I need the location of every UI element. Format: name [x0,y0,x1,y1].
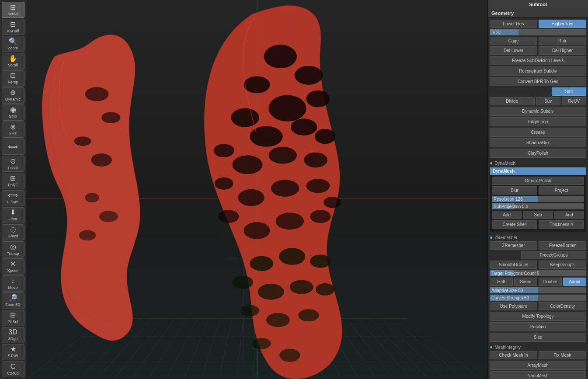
keep-groups-btn[interactable]: KeepGroups [539,261,586,269]
and-btn[interactable]: And [554,211,584,219]
smt-row: Smt [490,87,586,96]
subprojection-slider[interactable]: SubProjection 0.6 [492,203,584,209]
tool-aahalf[interactable]: ⊟ AAHalf [2,19,24,35]
smooth-groups-btn[interactable]: SmoothGroups [490,261,537,269]
bullet-zremesher-icon: ● [490,234,493,240]
tool-xpose[interactable]: ✕ Xpose [2,258,24,275]
lsym-icon: ⟺ [8,192,18,199]
xyz-icon: ⊗ [10,124,16,131]
tool-c2480[interactable]: C C2480 [2,361,24,377]
tool-solo[interactable]: ◉ Solo [2,104,24,121]
svg-point-37 [310,254,331,268]
tool-move[interactable]: ↕ Move [2,275,24,292]
freeze-subdiv-btn[interactable]: Freeze SubDivision Levels [490,56,586,65]
use-polypaint-btn[interactable]: Use Polypaint [490,302,537,310]
right-panel: Subtool Geometry Lower Res Higher Res SD… [487,0,588,379]
move-icon: ↕ [11,278,15,285]
adapt-btn[interactable]: Adapt [563,278,586,286]
svg-point-35 [250,256,273,271]
divide-btn[interactable]: Divide [490,97,535,105]
tool-scroll[interactable]: ✋ Scroll [2,53,24,69]
tool-sym[interactable]: ⟺ [2,139,24,155]
shadowbox-btn[interactable]: ShadowBox [490,138,586,147]
crease-btn[interactable]: Crease [490,128,586,137]
group-polish-row: Group: Polish [492,177,584,185]
tool-ptsel[interactable]: ⊞ Pt Sel [2,310,24,326]
tool-ghost[interactable]: ◌ Ghost [2,224,24,240]
tool-zoom3d[interactable]: 🔎 Zoom3D [2,292,24,309]
sdiv-slider[interactable]: SDiv [490,29,586,35]
size-btn[interactable]: Size [490,333,586,342]
lower-res-btn[interactable]: Lower Res [490,20,537,28]
group-polish-btn[interactable]: Group: Polish [492,177,584,185]
tool-zoom[interactable]: 🔍 Zoom [2,36,24,52]
dynamic-subdiv-btn[interactable]: Dynamic Subdiv [490,107,586,116]
convert-bpr-btn[interactable]: Convert BPR To Geo [490,77,586,86]
svg-point-23 [233,155,263,174]
resolution-slider[interactable]: Resolution 128 [492,196,584,202]
transp-icon: ◎ [10,243,16,250]
zremesher-btn[interactable]: ZRemesher [490,241,537,250]
same-btn[interactable]: Same [514,278,537,286]
del-higher-btn[interactable]: Del Higher [539,46,586,55]
cage-btn[interactable]: Cage [490,37,537,45]
double-btn[interactable]: Double [539,278,562,286]
dynamesh-subsection-label: ● DynaMesh [490,159,586,167]
tool-transp[interactable]: ◎ Transp [2,241,24,257]
tool-dynamic-label: Dynamic [5,97,21,101]
suv-btn[interactable]: Suv [536,97,560,105]
svg-point-5 [99,211,118,222]
svg-point-24 [268,147,297,164]
thickness-btn[interactable]: Thickness 4 [539,220,584,229]
position-btn[interactable]: Position [490,322,586,331]
tool-dynamic[interactable]: ⊕ Dynamic [2,87,24,104]
target-polygons-slider[interactable]: Target Polygons Count 5 [490,270,586,276]
tool-aahalf-label: AAHalf [7,29,19,33]
tool-persp[interactable]: ⊡ Persp [2,70,24,87]
modify-topology-btn[interactable]: Modify Topology [490,312,586,321]
color-density-btn[interactable]: ColorDensity [539,302,586,310]
tool-actual[interactable]: ⊞ Actual [2,2,24,18]
freeze-groups-btn[interactable]: FreezeGroups [521,251,586,259]
half-btn[interactable]: Half [490,278,513,286]
reuv-btn[interactable]: ReUV [562,97,586,105]
adaptive-size-slider[interactable]: AdaptiveSize 50 [490,287,586,293]
check-mesh-btn[interactable]: Check Mesh In [490,351,537,359]
smt-btn[interactable]: Smt [552,87,586,96]
project-btn[interactable]: Project [539,186,584,195]
tool-floor[interactable]: ⬇ Floor [2,207,24,223]
viewport[interactable] [26,0,487,379]
tool-lsym[interactable]: ⟺ L.Sym [2,190,24,206]
claypolish-btn[interactable]: ClayPolish [490,149,586,158]
svg-point-33 [276,213,304,230]
tool-ptsel-label: Pt Sel [7,320,18,324]
freeze-border-btn[interactable]: FreezeBorder [539,241,586,250]
tool-local[interactable]: ⊙ Local [2,156,24,172]
array-mesh-btn[interactable]: ArrayMesh [490,361,586,370]
tool-lsym-label: L.Sym [7,200,19,204]
tool-xyz[interactable]: ⊗ XYZ [2,122,24,138]
fix-mesh-btn[interactable]: Fix Mesh [539,351,586,359]
nano-mesh-btn[interactable]: NanoMesh [490,371,586,379]
curves-strength-slider[interactable]: Curves Strength 50 [490,295,586,301]
sub-btn[interactable]: Sub [523,211,553,219]
right-model [204,5,342,379]
svg-point-1 [101,112,120,123]
tool-star[interactable]: ★ STAR [2,344,24,360]
svg-point-40 [290,280,313,294]
check-mesh-row: Check Mesh In Fix Mesh [490,351,586,359]
add-btn[interactable]: Add [492,211,522,219]
reconstruct-subdiv-btn[interactable]: Reconstruct Subdiv [490,66,586,76]
ratr-btn[interactable]: Ratr [539,37,586,45]
higher-res-btn[interactable]: Higher Res [539,20,586,28]
create-shell-btn[interactable]: Create Shell [492,220,537,229]
ptsel-icon: ⊞ [10,312,16,319]
scroll-icon: ✋ [9,55,17,62]
blur-btn[interactable]: Blur [492,186,537,195]
tool-c2480-label: C2480 [7,371,19,376]
tool-3dgo[interactable]: 3D 3Dgo [2,327,24,343]
del-lower-btn[interactable]: Del Lower [490,46,537,55]
tool-polyf[interactable]: ⊞ PolyF [2,173,24,189]
subtool-label: Subtool [529,2,547,7]
edgeloop-btn[interactable]: EdgeLoop [490,117,586,126]
